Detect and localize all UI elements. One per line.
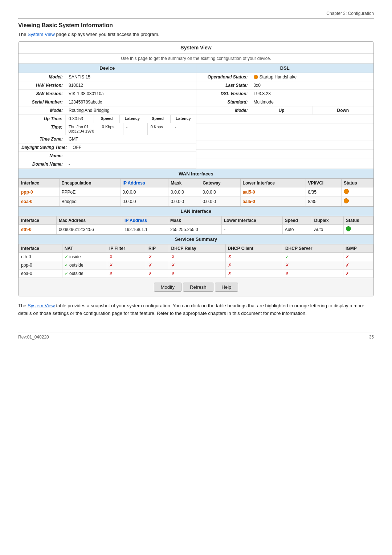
- uptime-cols: 0:30:53 Speed Latency Speed Latency: [66, 115, 196, 123]
- dsl-version-label: DSL Version:: [196, 90, 251, 98]
- check-icon: ✓: [65, 271, 68, 276]
- cross-icon: ✗: [346, 263, 349, 268]
- svc-eth0-igmp: ✗: [343, 253, 373, 261]
- page-footer: Rev:01_040220 35: [18, 332, 374, 340]
- wan-col-status: Status: [342, 179, 373, 187]
- name-label: Name:: [19, 152, 66, 160]
- svc-eth0-dhcpclient: ✗: [225, 253, 283, 261]
- footer-rev: Rev:01_040220: [18, 335, 49, 340]
- cross-icon: ✗: [285, 263, 289, 268]
- domain-row: Domain Name: -: [19, 160, 196, 169]
- svc-ppp0-igmp: ✗: [343, 261, 373, 270]
- uptime-value: 0:30:53: [66, 115, 94, 123]
- section-title: Viewing Basic System Information: [18, 22, 374, 29]
- svc-eth0-rip: ✗: [146, 253, 169, 261]
- op-status-text: Startup Handshake: [260, 74, 297, 80]
- svc-col-ipfilter: IP Filter: [107, 244, 146, 253]
- uptime-label: Up Time:: [19, 115, 66, 123]
- eoa0-encap: Bridged: [59, 197, 120, 206]
- svc-ppp0-dhcprelay: ✗: [169, 261, 225, 270]
- last-state-row: Last State: 0x0: [196, 81, 374, 90]
- wan-col-vpi: VPI/VCI: [306, 179, 342, 187]
- ppp0-status-dot: [344, 189, 349, 194]
- cross-icon: ✗: [228, 263, 232, 268]
- svc-col-rip: RIP: [146, 244, 169, 253]
- serial-label: Serial Number:: [19, 98, 66, 106]
- cross-icon: ✗: [346, 271, 349, 276]
- system-view-link[interactable]: System View: [28, 32, 55, 37]
- lan-table: Interface Mac Address IP Address Mask Lo…: [19, 216, 373, 234]
- intro-text: The System View page displays when you f…: [18, 32, 374, 37]
- eoa0-link[interactable]: eoa-0: [21, 199, 32, 204]
- eoa0-mask: 0.0.0.0: [168, 197, 200, 206]
- modify-button[interactable]: Modify: [154, 283, 181, 292]
- intro-before: The: [18, 32, 28, 37]
- cross-icon: ✗: [171, 271, 175, 276]
- wan-row-eoa0: eoa-0 Bridged 0.0.0.0 0.0.0.0 0.0.0.0 aa…: [19, 197, 373, 206]
- name-value: -: [66, 152, 73, 160]
- check-icon: ✓: [65, 254, 68, 259]
- wan-row-ppp0: ppp-0 PPPoE 0.0.0.0 0.0.0.0 0.0.0.0 aal5…: [19, 187, 373, 197]
- lan-col-ip: IP Address: [122, 216, 168, 225]
- name-row: Name: -: [19, 152, 196, 160]
- cross-icon: ✗: [148, 271, 152, 276]
- sw-label: S/W Version:: [19, 90, 66, 98]
- svc-eoa0-iface: eoa-0: [19, 270, 62, 278]
- dsl-up-header: Up: [251, 106, 312, 114]
- cross-icon: ✗: [228, 254, 232, 259]
- cross-icon: ✗: [148, 263, 152, 268]
- svc-eth0-ipfilter: ✗: [107, 253, 146, 261]
- page-header: Chapter 3: Configuration: [18, 11, 374, 19]
- eoa0-lower-link[interactable]: aal5-0: [243, 199, 255, 204]
- time-cols: Thu Jan 01 00:32:04 1970 0 Kbps - 0 Kbps…: [66, 123, 196, 135]
- ppp0-lower-link[interactable]: aal5-0: [243, 190, 255, 195]
- lan-header: LAN Interface: [19, 206, 373, 216]
- help-button[interactable]: Help: [215, 283, 238, 292]
- svc-eth0-iface: eth-0: [19, 253, 62, 261]
- svc-col-igmp: IGMP: [343, 244, 373, 253]
- dsl-mode-header-row: Mode: Up Down: [196, 106, 374, 115]
- cross-icon: ✗: [109, 263, 113, 268]
- sv-subtitle: Use this page to get the summary on the …: [19, 54, 373, 64]
- svc-eth0-dhcpserver: ✓: [283, 253, 343, 261]
- dst-label: Daylight Saving Time:: [19, 143, 70, 151]
- sv-title: System View: [19, 42, 373, 54]
- refresh-button[interactable]: Refresh: [183, 283, 213, 292]
- svc-eoa0-dhcpclient: ✗: [225, 270, 283, 278]
- services-table: Interface NAT IP Filter RIP DHCP Relay D…: [19, 244, 373, 278]
- lan-col-mac: Mac Address: [56, 216, 122, 225]
- svc-ppp0-ipfilter: ✗: [107, 261, 146, 270]
- mode-value: Routing And Bridging: [66, 106, 113, 114]
- intro-after: page displays when you first access the …: [55, 32, 159, 37]
- op-status-value: Startup Handshake: [251, 73, 300, 81]
- lan-col-mask: Mask: [168, 216, 222, 225]
- mode-row: Mode: Routing And Bridging: [19, 106, 196, 115]
- ppp0-mask: 0.0.0.0: [168, 187, 200, 197]
- eoa0-ip: 0.0.0.0: [120, 197, 168, 206]
- services-header: Services Summary: [19, 234, 373, 244]
- svc-ppp0-rip: ✗: [146, 261, 169, 270]
- svc-col-dhcpclient: DHCP Client: [225, 244, 283, 253]
- wan-col-encap: Encapsulation: [59, 179, 120, 187]
- timezone-row: Time Zone: GMT: [19, 135, 196, 143]
- hw-label: H/W Version:: [19, 81, 66, 89]
- time-row: Time: Thu Jan 01 00:32:04 1970 0 Kbps - …: [19, 123, 196, 135]
- dsl-mode-label: Mode:: [196, 106, 251, 114]
- bottom-system-view-link[interactable]: System View: [28, 303, 55, 308]
- cross-icon: ✗: [228, 271, 232, 276]
- cross-icon: ✗: [109, 271, 113, 276]
- ppp0-link[interactable]: ppp-0: [21, 190, 33, 195]
- bottom-text-content: table provides a snapshot of your system…: [18, 303, 364, 316]
- svc-eth0-nat: ✓ inside: [62, 253, 107, 261]
- lan-col-iface: Interface: [19, 216, 57, 225]
- eoa0-vpi: 8/35: [306, 197, 342, 206]
- lan-col-speed: Speed: [282, 216, 312, 225]
- down-latency-val: -: [172, 123, 196, 135]
- dsl-down-header: Down: [312, 106, 373, 114]
- svc-eoa0-igmp: ✗: [343, 270, 373, 278]
- cross-icon: ✗: [109, 254, 113, 259]
- svc-eoa0-ipfilter: ✗: [107, 270, 146, 278]
- eth0-link[interactable]: eth-0: [21, 227, 32, 232]
- time-value: Thu Jan 01 00:32:04 1970: [66, 123, 99, 135]
- svc-ppp0-iface: ppp-0: [19, 261, 62, 270]
